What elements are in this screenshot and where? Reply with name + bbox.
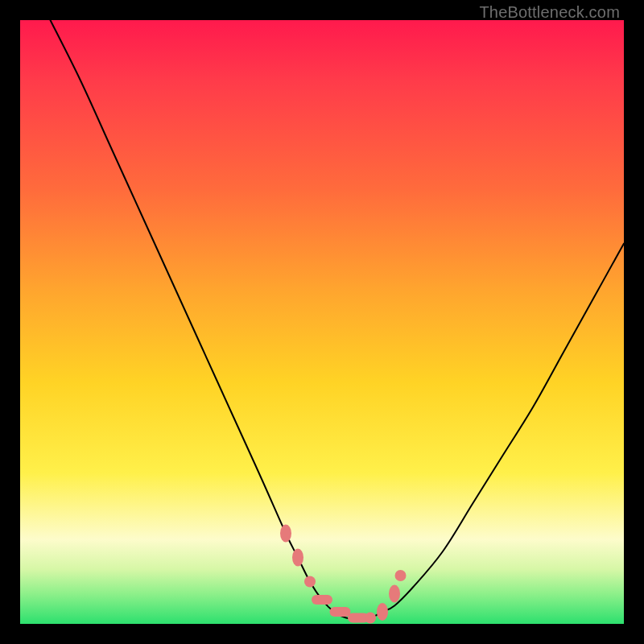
curve-marker xyxy=(365,613,376,624)
curve-marker xyxy=(312,595,332,605)
bottleneck-curve-svg xyxy=(20,20,624,624)
chart-plot-area xyxy=(20,20,624,624)
curve-marker xyxy=(395,570,407,581)
curve-marker xyxy=(377,603,388,621)
curve-marker xyxy=(330,607,351,617)
curve-marker xyxy=(389,585,400,603)
curve-marker xyxy=(304,576,316,588)
curve-marker xyxy=(292,549,303,567)
curve-marker xyxy=(280,525,291,543)
chart-frame: TheBottleneck.com xyxy=(0,0,644,644)
watermark-text: TheBottleneck.com xyxy=(479,3,620,22)
marker-group xyxy=(280,525,407,624)
bottleneck-curve xyxy=(51,20,625,618)
